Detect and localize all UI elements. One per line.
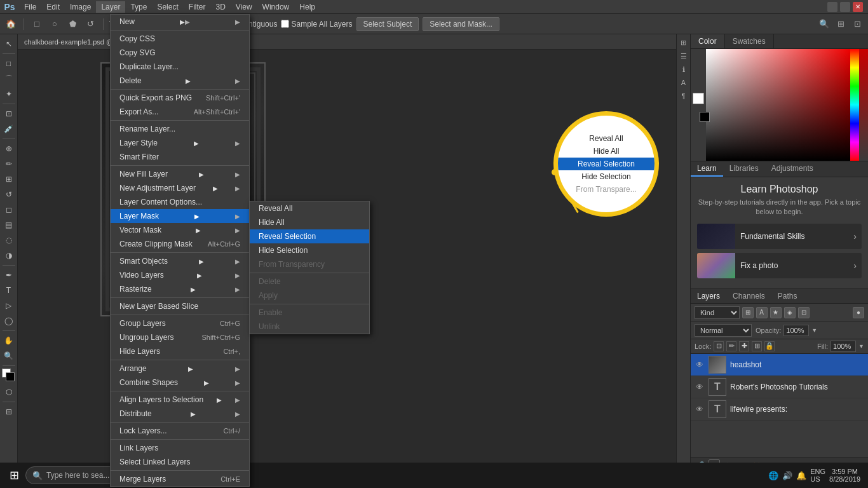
menu-layer[interactable]: Layer bbox=[96, 1, 125, 13]
lock-transparent-icon[interactable]: ⊡ bbox=[714, 341, 724, 351]
menu-help[interactable]: Help bbox=[294, 1, 320, 13]
menu-item-new-fill[interactable]: New Fill Layer▶ bbox=[111, 167, 249, 181]
layer-filter-icon1[interactable]: ⊞ bbox=[742, 307, 754, 318]
lock-position-icon[interactable]: ✚ bbox=[739, 341, 749, 351]
tool-lasso[interactable]: ⌒ bbox=[2, 72, 16, 86]
tool-spot-heal[interactable]: ⊕ bbox=[2, 142, 16, 156]
menu-item-arrange[interactable]: Arrange▶ bbox=[111, 362, 249, 376]
fill-input[interactable] bbox=[831, 341, 856, 352]
tray-clock[interactable]: 3:59 PM 8/28/2019 bbox=[829, 468, 860, 483]
tab-learn[interactable]: Learn bbox=[691, 161, 723, 177]
layer-row-headshot[interactable]: 👁 headshot bbox=[691, 354, 868, 376]
toolbar-rect-icon[interactable]: □ bbox=[30, 17, 44, 31]
opacity-input[interactable] bbox=[783, 325, 809, 336]
window-maximize[interactable] bbox=[840, 2, 850, 12]
sidebar-para-icon[interactable]: ¶ bbox=[678, 90, 689, 102]
menu-item-new-adj[interactable]: New Adjustment Layer▶ bbox=[111, 181, 249, 195]
menu-item-smart-filter[interactable]: Smart Filter bbox=[111, 150, 249, 164]
menu-item-link-layers[interactable]: Link Layers bbox=[111, 441, 249, 455]
search-icon[interactable]: 🔍 bbox=[817, 17, 831, 31]
tray-sound-icon[interactable]: 🔊 bbox=[782, 471, 792, 480]
layer-filter-icon4[interactable]: ◈ bbox=[784, 307, 796, 318]
sidebar-char-icon[interactable]: A bbox=[678, 77, 689, 88]
sample-all-checkbox[interactable] bbox=[281, 20, 289, 28]
tab-channels[interactable]: Channels bbox=[726, 289, 771, 303]
layer-row-lifewire[interactable]: 👁 T lifewire presents: bbox=[691, 398, 868, 421]
tool-pen[interactable]: ✒ bbox=[2, 268, 16, 282]
toolbar-poly-icon[interactable]: ⬟ bbox=[65, 17, 79, 31]
menu-item-align[interactable]: Align Layers to Selection▶ bbox=[111, 393, 249, 407]
menu-item-distribute[interactable]: Distribute▶ bbox=[111, 407, 249, 421]
layer-filter-icon3[interactable]: ★ bbox=[770, 307, 782, 318]
tab-libraries[interactable]: Libraries bbox=[723, 161, 765, 177]
layer-eye-tutorials[interactable]: 👁 bbox=[695, 382, 705, 392]
toolbar-lasso-icon[interactable]: ↺ bbox=[83, 17, 97, 31]
color-gradient-picker[interactable] bbox=[706, 49, 850, 161]
tool-brush[interactable]: ✏ bbox=[2, 157, 16, 171]
menu-item-new-layer-slice[interactable]: New Layer Based Slice bbox=[111, 299, 249, 313]
layer-filter-icon5[interactable]: ⊡ bbox=[798, 307, 810, 318]
start-button[interactable]: ⊞ bbox=[3, 464, 25, 487]
menu-item-layer-mask[interactable]: Layer Mask▶ bbox=[111, 209, 249, 223]
fill-chevron[interactable]: ▼ bbox=[858, 343, 864, 349]
menu-item-layer-style[interactable]: Layer Style▶ bbox=[111, 136, 249, 150]
menu-item-copy-css[interactable]: Copy CSS bbox=[111, 32, 249, 46]
tool-crop[interactable]: ⊡ bbox=[2, 107, 16, 121]
tool-rect-select[interactable]: □ bbox=[2, 57, 16, 71]
menu-item-create-clipping[interactable]: Create Clipping MaskAlt+Ctrl+G bbox=[111, 237, 249, 251]
tool-move[interactable]: ↖ bbox=[2, 37, 16, 51]
blend-mode-select[interactable]: Normal bbox=[695, 324, 752, 337]
tool-quick-select[interactable]: ✦ bbox=[2, 87, 16, 101]
menu-3d[interactable]: 3D bbox=[210, 1, 230, 13]
layer-eye-headshot[interactable]: 👁 bbox=[695, 360, 705, 370]
submenu-reveal-selection[interactable]: Reveal Selection bbox=[250, 229, 369, 243]
tool-path-select[interactable]: ▷ bbox=[2, 299, 16, 313]
color-picker[interactable] bbox=[691, 49, 868, 161]
tray-network-icon[interactable]: 🌐 bbox=[768, 471, 778, 480]
submenu-unlink[interactable]: Unlink bbox=[250, 320, 369, 334]
submenu-enable[interactable]: Enable bbox=[250, 306, 369, 320]
select-mask-button[interactable]: Select and Mask... bbox=[423, 17, 499, 31]
menu-item-quick-export[interactable]: Quick Export as PNGShift+Ctrl+' bbox=[111, 91, 249, 105]
menu-item-new[interactable]: New▶ bbox=[111, 15, 249, 29]
tool-quickmask[interactable]: ⬡ bbox=[2, 385, 16, 399]
tool-shape[interactable]: ◯ bbox=[2, 314, 16, 328]
menu-item-hide-layers[interactable]: Hide LayersCtrl+, bbox=[111, 344, 249, 358]
submenu-from-transparency[interactable]: From Transparency bbox=[250, 257, 369, 271]
learn-card-fundamental[interactable]: Fundamental Skills › bbox=[697, 224, 862, 249]
menu-image[interactable]: Image bbox=[65, 1, 96, 13]
view-icon[interactable]: ⊞ bbox=[834, 17, 848, 31]
tab-paths[interactable]: Paths bbox=[771, 289, 804, 303]
toolbar-circle-icon[interactable]: ○ bbox=[48, 17, 62, 31]
tab-adjustments[interactable]: Adjustments bbox=[765, 161, 820, 177]
alpha-slider[interactable] bbox=[859, 49, 868, 161]
window-minimize[interactable] bbox=[827, 2, 837, 12]
tool-hand[interactable]: ✋ bbox=[2, 334, 16, 348]
submenu-apply[interactable]: Apply bbox=[250, 288, 369, 302]
tool-blur[interactable]: ◌ bbox=[2, 233, 16, 247]
submenu-reveal-all[interactable]: Reveal All bbox=[250, 201, 369, 215]
menu-item-ungroup[interactable]: Ungroup LayersShift+Ctrl+G bbox=[111, 330, 249, 344]
toolbar-move-tool[interactable]: 🏠 bbox=[4, 17, 18, 31]
foreground-swatch[interactable] bbox=[693, 93, 704, 104]
fg-bg-colors[interactable] bbox=[2, 369, 16, 384]
menu-item-duplicate[interactable]: Duplicate Layer... bbox=[111, 60, 249, 74]
menu-type[interactable]: Type bbox=[125, 1, 152, 13]
tool-dodge[interactable]: ◑ bbox=[2, 248, 16, 262]
tool-eyedropper[interactable]: 💉 bbox=[2, 122, 16, 136]
menu-item-lock-layers[interactable]: Lock Layers...Ctrl+/ bbox=[111, 424, 249, 438]
sidebar-layers-icon[interactable]: ☰ bbox=[678, 50, 689, 62]
workspace-icon[interactable]: ⊡ bbox=[850, 17, 864, 31]
layer-row-tutorials[interactable]: 👁 T Robert's Photoshop Tutorials bbox=[691, 376, 868, 398]
menu-item-vector-mask[interactable]: Vector Mask▶ bbox=[111, 223, 249, 237]
submenu-delete[interactable]: Delete bbox=[250, 274, 369, 288]
lock-all-icon[interactable]: 🔒 bbox=[764, 341, 775, 351]
layer-eye-lifewire[interactable]: 👁 bbox=[695, 404, 705, 414]
tray-language[interactable]: ENGUS bbox=[810, 468, 825, 483]
menu-item-rasterize[interactable]: Rasterize▶ bbox=[111, 282, 249, 296]
menu-view[interactable]: View bbox=[231, 1, 257, 13]
menu-file[interactable]: File bbox=[19, 1, 41, 13]
tool-eraser[interactable]: ◻ bbox=[2, 203, 16, 217]
menu-filter[interactable]: Filter bbox=[184, 1, 211, 13]
sidebar-props-icon[interactable]: ℹ bbox=[678, 64, 689, 75]
